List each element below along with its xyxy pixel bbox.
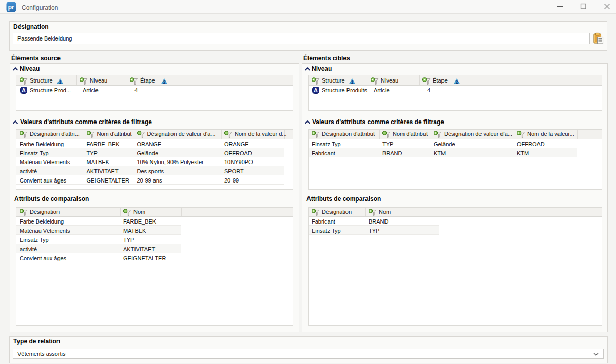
svg-text:2: 2 <box>163 79 166 84</box>
svg-text:pr: pr <box>8 4 14 11</box>
svg-text:2: 2 <box>456 79 458 84</box>
svg-text:1: 1 <box>351 79 354 84</box>
svg-text:1: 1 <box>59 79 62 84</box>
